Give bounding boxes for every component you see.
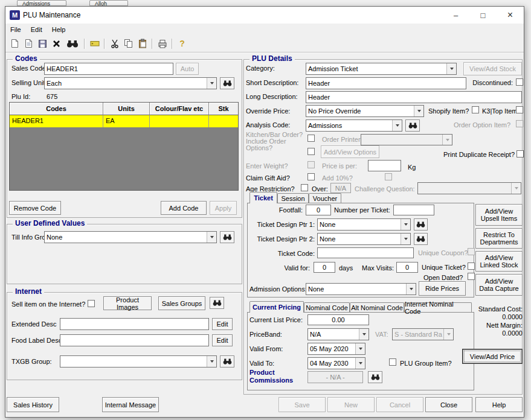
valid-to-select[interactable]: 04 May 2030 (307, 357, 365, 369)
unique-ticket-checkbox[interactable] (468, 262, 475, 270)
dropdown-button[interactable] (207, 232, 216, 243)
close-button[interactable]: × (497, 7, 524, 24)
menu-file[interactable]: File (5, 25, 26, 34)
menu-help[interactable]: Help (47, 25, 71, 34)
valid-for-input[interactable] (314, 262, 335, 273)
till-info-group-select[interactable]: None (44, 231, 217, 243)
add-view-upsell-items-button[interactable]: Add/View Upsell Items (475, 204, 523, 226)
tab-internet-nominal-code[interactable]: Internet Nominal Code (404, 302, 472, 312)
toolbar-delete-button[interactable] (50, 37, 63, 51)
extended-desc-edit-button[interactable]: Edit (212, 318, 233, 330)
k3-top-item-checkbox[interactable] (516, 106, 523, 113)
priceband-select[interactable]: N/A (307, 328, 369, 340)
category-select[interactable]: Admission Ticket (306, 63, 457, 75)
toolbar-cut-button[interactable] (108, 37, 121, 51)
dropdown-button[interactable] (401, 234, 410, 244)
food-label-desc-edit-button[interactable]: Edit (212, 334, 233, 346)
background-tab-2[interactable]: Alloh (89, 0, 128, 6)
long-description-input[interactable] (306, 91, 522, 103)
product-commissions-search-button[interactable] (368, 371, 382, 383)
toolbar-copy-button[interactable] (121, 37, 135, 51)
ticket-design-2-select[interactable]: None (317, 233, 411, 245)
tab-ticket[interactable]: Ticket (249, 192, 277, 203)
number-per-ticket-input[interactable] (393, 205, 434, 215)
discontinued-checkbox[interactable] (516, 78, 523, 86)
help-button[interactable]: Help (475, 397, 523, 412)
toolbar-new-button[interactable] (8, 37, 22, 51)
dropdown-button[interactable] (355, 343, 365, 354)
dropdown-button[interactable] (355, 358, 365, 369)
product-images-button[interactable]: Product Images (103, 296, 152, 310)
admission-options-select[interactable]: None (306, 283, 416, 295)
dropdown-button[interactable] (406, 284, 416, 294)
column-header-units[interactable]: Units (103, 103, 150, 115)
extended-desc-input[interactable] (60, 318, 209, 330)
kitchen-bar-order-checkbox[interactable] (307, 135, 315, 142)
tab-alt-nominal-code[interactable]: Alt Nominal Code (350, 302, 404, 312)
restrict-to-departments-button[interactable]: Restrict To Departments (475, 228, 523, 249)
tab-voucher[interactable]: Voucher (309, 193, 341, 203)
till-info-search-button[interactable] (220, 231, 234, 243)
dropdown-button[interactable] (401, 219, 410, 230)
ticket-design-1-search-button[interactable] (414, 218, 428, 231)
close-button-footer[interactable]: Close (425, 397, 472, 412)
ride-prices-button[interactable]: Ride Prices (419, 281, 466, 296)
sales-history-button[interactable]: Sales History (7, 397, 59, 412)
claim-gift-aid-checkbox[interactable] (307, 173, 315, 180)
tab-nominal-code[interactable]: Nominal Code (304, 302, 350, 312)
column-header-stk[interactable]: Stk (209, 103, 238, 115)
toolbar-print-button[interactable] (155, 37, 169, 51)
minimize-button[interactable]: – (442, 7, 469, 24)
print-duplicate-receipt-checkbox[interactable] (517, 150, 524, 158)
ticket-code-input[interactable] (317, 247, 414, 258)
column-header-codes[interactable]: Codes (10, 103, 103, 115)
dropdown-button[interactable] (207, 356, 216, 367)
include-order-options-checkbox[interactable] (307, 148, 315, 155)
footfall-input[interactable] (306, 205, 331, 215)
max-visits-input[interactable] (396, 262, 418, 273)
remove-code-button[interactable]: Remove Code (9, 201, 61, 215)
food-label-desc-input[interactable] (60, 334, 209, 346)
tab-current-pricing[interactable]: Current Pricing (249, 301, 304, 313)
plu-group-item-checkbox[interactable] (389, 358, 396, 366)
table-row[interactable]: HEADER1 EA (10, 115, 238, 127)
dropdown-button[interactable] (414, 106, 423, 116)
add-view-linked-stock-button[interactable]: Add/View Linked Stock (475, 251, 523, 272)
toolbar-save-button[interactable] (36, 37, 50, 51)
toolbar-find-button[interactable] (63, 37, 82, 51)
ticket-design-2-search-button[interactable] (414, 233, 428, 245)
internet-search-button[interactable] (210, 297, 224, 309)
short-description-input[interactable] (306, 77, 466, 89)
selling-unit-select[interactable]: Each (44, 77, 217, 89)
add-view-data-capture-button[interactable]: Add/View Data Capture (475, 274, 523, 296)
background-tab-admissions[interactable]: Admissions (17, 0, 66, 6)
titlebar[interactable]: M PLU Maintenance – □ × (5, 7, 524, 24)
column-header-colour[interactable]: Colour/Flav etc (150, 103, 209, 115)
current-list-price-input[interactable] (307, 314, 369, 325)
dropdown-button[interactable] (207, 78, 216, 89)
selling-unit-search-button[interactable] (220, 77, 234, 89)
sales-code-input[interactable] (44, 63, 173, 75)
ticket-design-1-select[interactable]: None (317, 218, 411, 231)
txgb-search-button[interactable] (220, 355, 234, 368)
view-add-price-button[interactable]: View/Add Price (462, 349, 523, 364)
toolbar-open-button[interactable] (22, 37, 36, 51)
tab-session[interactable]: Session (277, 193, 309, 203)
sell-on-internet-checkbox[interactable] (88, 300, 95, 307)
maximize-button[interactable]: □ (469, 7, 497, 24)
age-restriction-checkbox[interactable] (301, 184, 308, 191)
sales-groups-button[interactable]: Sales Groups (158, 296, 205, 310)
open-dated-checkbox[interactable] (468, 273, 475, 280)
add-code-button[interactable]: Add Code (161, 201, 207, 215)
shopify-item-checkbox[interactable] (472, 106, 479, 113)
valid-from-select[interactable]: 05 May 2020 (307, 343, 365, 355)
toolbar-help-button[interactable]: ? (175, 37, 189, 51)
txgb-group-select[interactable] (60, 355, 217, 368)
toolbar-label-button[interactable] (88, 37, 101, 51)
override-price-select[interactable]: No Price Override (306, 105, 424, 117)
analysis-code-search-button[interactable] (405, 119, 420, 132)
dropdown-button[interactable] (359, 329, 368, 340)
dropdown-button[interactable] (446, 63, 456, 74)
toolbar-paste-button[interactable] (135, 37, 149, 51)
internal-message-button[interactable]: Internal Message (102, 397, 159, 412)
